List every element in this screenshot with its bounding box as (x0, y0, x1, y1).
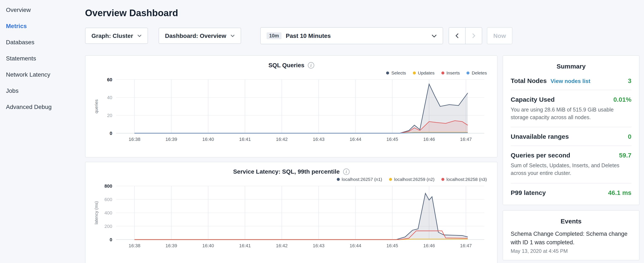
legend-label: Deletes (472, 70, 487, 75)
summary-label: P99 latency (511, 189, 546, 196)
svg-text:16:45: 16:45 (386, 137, 398, 142)
svg-text:16:39: 16:39 (166, 137, 177, 142)
legend-label: localhost:26257 (n1) (342, 177, 382, 182)
svg-text:latency (ms): latency (ms) (94, 201, 99, 224)
sidebar-item-databases[interactable]: Databases (6, 34, 76, 50)
svg-text:16:43: 16:43 (313, 137, 324, 142)
dashboard-dropdown[interactable]: Dashboard: Overview (158, 28, 241, 44)
legend-label: localhost:26259 (n2) (394, 177, 434, 182)
summary-label: Unavailable ranges (511, 133, 569, 140)
svg-text:16:41: 16:41 (239, 137, 251, 142)
time-range-badge: 10m (266, 32, 282, 39)
events-panel: Events Schema Change Completed: Schema c… (502, 210, 640, 260)
legend-item[interactable]: localhost:26257 (n1) (336, 176, 382, 183)
svg-text:16:42: 16:42 (276, 243, 288, 248)
legend-item[interactable]: localhost:26259 (n2) (389, 176, 434, 183)
chevron-down-icon (137, 35, 142, 37)
svg-text:400: 400 (104, 210, 112, 215)
svg-text:16:46: 16:46 (423, 243, 435, 248)
charts-column: SQL QueriesiSelectsUpdatesInsertsDeletes… (85, 55, 498, 263)
chart-card-sql-queries: SQL QueriesiSelectsUpdatesInsertsDeletes… (85, 55, 498, 157)
events-title: Events (511, 217, 632, 224)
legend-item[interactable]: Deletes (467, 69, 487, 76)
svg-text:20: 20 (107, 113, 112, 118)
dashboard-dropdown-label: Dashboard: Overview (165, 32, 226, 39)
info-icon[interactable]: i (343, 168, 350, 175)
summary-description: You are using 28.6 MiB of 515.9 GiB usab… (511, 106, 632, 122)
summary-label: Queries per second (511, 152, 570, 159)
svg-text:16:46: 16:46 (423, 137, 435, 142)
svg-text:16:44: 16:44 (350, 137, 361, 142)
legend-item[interactable]: Selects (386, 69, 406, 76)
svg-text:16:42: 16:42 (276, 137, 288, 142)
svg-text:600: 600 (104, 197, 112, 202)
main-content: Overview Dashboard Graph: Cluster Dashbo… (76, 0, 644, 263)
legend-label: Selects (392, 70, 406, 75)
legend-item[interactable]: Inserts (442, 69, 460, 76)
event-item: Schema Change Completed: Schema change w… (511, 226, 632, 254)
legend-dot-icon (413, 71, 416, 74)
info-icon[interactable]: i (308, 62, 314, 68)
chart-plot: 020406016:3816:3916:4016:4116:4216:4316:… (92, 76, 490, 145)
sidebar-item-overview[interactable]: Overview (6, 2, 76, 18)
svg-text:16:40: 16:40 (202, 243, 214, 248)
summary-value: 59.7 (619, 152, 632, 159)
sidebar-item-metrics[interactable]: Metrics (6, 18, 76, 34)
summary-row: P99 latency46.1 ms (511, 183, 632, 198)
chart-title-row: SQL Queriesi (92, 61, 490, 69)
svg-text:16:43: 16:43 (313, 243, 324, 248)
svg-text:200: 200 (104, 224, 112, 229)
summary-row: Total NodesView nodes list3 (511, 72, 632, 90)
legend-label: Updates (418, 70, 434, 75)
event-text: Schema Change Completed: Schema change w… (511, 229, 632, 247)
chart-legend: SelectsUpdatesInsertsDeletes (92, 69, 487, 76)
summary-panel: Summary Total NodesView nodes list3Capac… (502, 55, 640, 205)
sidebar-item-network-latency[interactable]: Network Latency (6, 66, 76, 83)
chart-title: Service Latency: SQL, 99th percentile (233, 168, 340, 175)
summary-value: 0.01% (614, 96, 632, 103)
right-sidebar: Summary Total NodesView nodes list3Capac… (502, 55, 640, 260)
svg-text:queries: queries (94, 99, 99, 113)
prev-timewindow-button[interactable] (448, 27, 466, 44)
event-timestamp: May 13, 2020 at 4:45 PM (511, 248, 632, 254)
legend-item[interactable]: localhost:26258 (n3) (442, 176, 487, 183)
page-title: Overview Dashboard (85, 8, 644, 19)
svg-text:800: 800 (104, 183, 112, 189)
svg-text:16:47: 16:47 (460, 137, 472, 142)
time-range-dropdown[interactable]: 10m Past 10 Minutes (260, 27, 443, 44)
summary-value: 0 (628, 133, 632, 140)
summary-row: Capacity Used0.01%You are using 28.6 MiB… (511, 90, 632, 127)
legend-dot-icon (442, 71, 444, 74)
sidebar-item-statements[interactable]: Statements (6, 50, 76, 66)
graph-scope-dropdown[interactable]: Graph: Cluster (85, 28, 148, 44)
sidebar-item-jobs[interactable]: Jobs (6, 83, 76, 99)
summary-label: Capacity Used (511, 96, 555, 103)
chart-legend: localhost:26257 (n1)localhost:26259 (n2)… (92, 176, 487, 183)
legend-dot-icon (467, 71, 470, 74)
next-timewindow-button[interactable] (465, 27, 482, 44)
svg-text:16:39: 16:39 (166, 243, 177, 248)
svg-text:16:41: 16:41 (239, 243, 251, 248)
chart-plot: 020040060080016:3816:3916:4016:4116:4216… (92, 183, 490, 251)
legend-item[interactable]: Updates (413, 69, 434, 76)
chart-title-row: Service Latency: SQL, 99th percentilei (92, 167, 490, 175)
svg-text:16:44: 16:44 (350, 243, 361, 248)
sidebar-item-advanced-debug[interactable]: Advanced Debug (6, 99, 76, 115)
svg-text:16:38: 16:38 (129, 243, 140, 248)
summary-row: Unavailable ranges0 (511, 127, 632, 146)
summary-value: 46.1 ms (608, 189, 632, 196)
svg-text:0: 0 (110, 131, 112, 136)
summary-value: 3 (628, 77, 632, 84)
chart-title: SQL Queries (268, 62, 304, 69)
chevron-down-icon (230, 35, 235, 37)
view-nodes-link[interactable]: View nodes list (550, 78, 590, 84)
time-range-label: Past 10 Minutes (286, 32, 331, 39)
summary-title: Summary (511, 63, 632, 70)
summary-description: Sum of Selects, Updates, Inserts, and De… (511, 162, 632, 177)
now-button[interactable]: Now (487, 27, 512, 44)
timewindow-arrows (448, 27, 482, 44)
legend-dot-icon (442, 178, 444, 181)
sidebar: OverviewMetricsDatabasesStatementsNetwor… (0, 0, 76, 263)
chevron-right-icon (472, 33, 476, 38)
controls-bar: Graph: Cluster Dashboard: Overview 10m P… (85, 27, 644, 44)
